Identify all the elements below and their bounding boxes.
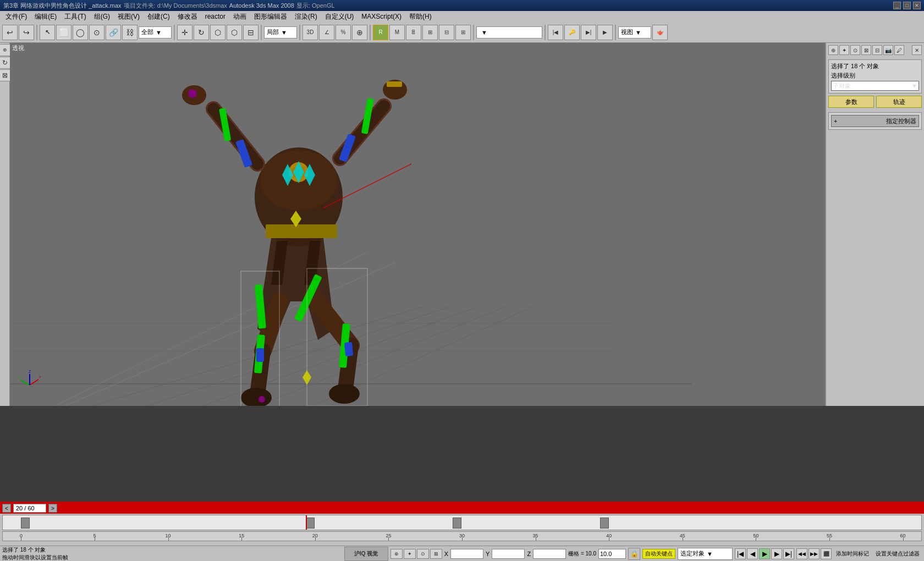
lock-button[interactable]: 🔒 (628, 548, 640, 560)
stop-button[interactable]: ⬛ (821, 548, 832, 559)
snap-3d-button[interactable]: 3D (302, 25, 318, 40)
sub-object-dropdown[interactable]: 子对象 ▼ (831, 81, 919, 91)
menu-modifier[interactable]: 修改器 (174, 12, 201, 21)
rp-icon-5[interactable]: ⊟ (872, 45, 882, 55)
z-input[interactable] (533, 549, 566, 559)
select-circle-button[interactable]: ⊙ (89, 25, 105, 40)
coord-icon-1[interactable]: ⊕ (391, 549, 403, 559)
move-tool-btn[interactable]: ⊕ (0, 44, 11, 56)
rp-icon-3[interactable]: ⊙ (850, 45, 860, 55)
prev-key-button[interactable]: |◀ (548, 25, 563, 40)
selection-category-label: 选择级别 (831, 72, 919, 80)
snap-spinner-button[interactable]: ⊕ (352, 25, 367, 40)
menu-create[interactable]: 创建(C) (144, 12, 173, 21)
timeline-track[interactable] (2, 515, 922, 530)
menu-customize[interactable]: 自定义(U) (322, 12, 358, 21)
menu-render[interactable]: 渲染(R) (292, 12, 321, 21)
menu-graph-editor[interactable]: 图形编辑器 (251, 12, 290, 21)
menu-tools[interactable]: 工具(T) (61, 12, 89, 21)
scale-tool-btn[interactable]: ⊠ (0, 69, 11, 81)
schematic-button[interactable]: ⊞ (422, 25, 438, 40)
assign-controller-btn[interactable]: + 指定控制器 (831, 115, 919, 127)
layer-manager-button[interactable]: ⊟ (439, 25, 454, 40)
rotate-tool-btn[interactable]: ↻ (0, 57, 11, 69)
link-button[interactable]: 🔗 (106, 25, 121, 40)
menu-help[interactable]: 帮助(H) (406, 12, 435, 21)
undo-button[interactable]: ↩ (2, 25, 18, 40)
select-filter-dropdown[interactable]: 全部 ▼ (139, 26, 172, 38)
render-button[interactable]: R (373, 25, 388, 40)
keyframe-20[interactable] (306, 518, 315, 529)
menu-group[interactable]: 组(G) (91, 12, 113, 21)
selected-object-dropdown[interactable]: 选定对象 ▼ (678, 548, 733, 560)
menu-file[interactable]: 文件(F) (2, 12, 30, 21)
play-button[interactable]: ▶ (759, 548, 770, 559)
region-dropdown[interactable]: 局部 ▼ (264, 26, 297, 38)
snap-angle-button[interactable]: ∠ (319, 25, 334, 40)
rp-icon-7[interactable]: 🖊 (894, 45, 904, 55)
coord-icon-2[interactable]: ✦ (404, 549, 416, 559)
menu-view[interactable]: 视图(V) (114, 12, 143, 21)
rp-icon-4[interactable]: ⊠ (861, 45, 871, 55)
minimize-button[interactable]: _ (893, 2, 901, 9)
unlink-button[interactable]: ⛓ (122, 25, 138, 40)
go-end-button[interactable]: ▶| (783, 548, 794, 559)
menu-animation[interactable]: 动画 (230, 12, 250, 21)
select-lasso-button[interactable]: ◯ (73, 25, 88, 40)
svg-line-48 (30, 380, 38, 385)
timeline-next-btn[interactable]: > (48, 504, 57, 513)
prev-frame-button[interactable]: ◀ (747, 548, 758, 559)
next-key-button[interactable]: ▶| (581, 25, 596, 40)
select-scale-button[interactable]: ⬡ (210, 25, 226, 40)
x-input[interactable] (450, 549, 483, 559)
rp-icon-6[interactable]: 📷 (883, 45, 893, 55)
about-button[interactable]: 🫖 (652, 25, 668, 40)
select-rotate-button[interactable]: ↻ (194, 25, 209, 40)
view-arrow-icon: ▼ (635, 29, 641, 36)
ruler-tick (388, 537, 389, 541)
params-button[interactable]: 参数 (828, 96, 874, 108)
next-key-playback-btn[interactable]: ▶▶ (809, 548, 820, 559)
keyframe-0[interactable] (21, 518, 30, 529)
rp-icon-2[interactable]: ✦ (839, 45, 849, 55)
auto-key-button[interactable]: 自动关键点 (642, 549, 675, 559)
material-editor-button[interactable]: M (389, 25, 405, 40)
play-anim-button[interactable]: ▶ (597, 25, 613, 40)
snap-value-input[interactable] (598, 549, 626, 559)
named-selection-dropdown[interactable]: ▼ (476, 26, 542, 38)
coord-icon-3[interactable]: ⊙ (417, 549, 429, 559)
track-button[interactable]: 轨迹 (876, 96, 922, 108)
rp-icon-close[interactable]: ✕ (912, 45, 922, 55)
snap-percent-button[interactable]: % (336, 25, 351, 40)
go-start-button[interactable]: |◀ (735, 548, 746, 559)
timeline-prev-btn[interactable]: < (2, 504, 11, 513)
menu-bar: 文件(F) 编辑(E) 工具(T) 组(G) 视图(V) 创建(C) 修改器 r… (0, 11, 924, 22)
select-object-button[interactable]: ↖ (40, 25, 55, 40)
timeline-playhead[interactable] (306, 515, 307, 530)
next-frame-button[interactable]: ▶ (771, 548, 782, 559)
keyframe-40[interactable] (600, 518, 609, 529)
prev-key-playback-btn[interactable]: ◀◀ (796, 548, 807, 559)
menu-maxscript[interactable]: MAXScript(X) (358, 12, 405, 21)
rp-icon-1[interactable]: ⊕ (828, 45, 838, 55)
mirror-button[interactable]: ⬡ (227, 25, 242, 40)
menu-edit[interactable]: 编辑(E) (31, 12, 60, 21)
align-button[interactable]: ⊟ (243, 25, 258, 40)
set-key-button[interactable]: 🔑 (564, 25, 580, 40)
main-viewport[interactable]: 透视 (10, 43, 825, 406)
window-controls[interactable]: _ □ ✕ (893, 2, 921, 9)
main-content: ⊕ ↻ ⊠ 透视 (0, 43, 924, 406)
extra-tools-button[interactable]: ⊞ (455, 25, 471, 40)
select-move-button[interactable]: ✛ (177, 25, 193, 40)
redo-button[interactable]: ↪ (19, 25, 34, 40)
close-button[interactable]: ✕ (913, 2, 921, 9)
menu-reactor[interactable]: reactor (202, 12, 229, 21)
maximize-button[interactable]: □ (903, 2, 911, 9)
coord-icon-4[interactable]: ⊠ (430, 549, 442, 559)
view-dropdown[interactable]: 视图 ▼ (618, 26, 651, 38)
watermark-text: 沪IQ 视觉 (354, 550, 378, 558)
curve-editor-button[interactable]: 🎚 (406, 25, 421, 40)
y-input[interactable] (492, 549, 525, 559)
keyframe-30[interactable] (453, 518, 461, 529)
select-region-button[interactable]: ⬜ (56, 25, 72, 40)
